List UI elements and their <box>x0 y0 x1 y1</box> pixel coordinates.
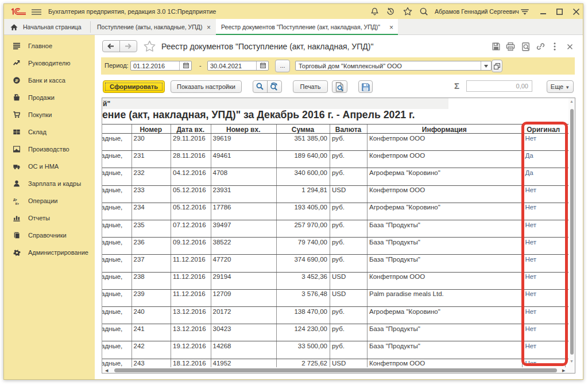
svg-text:Дт: Дт <box>13 198 17 201</box>
svg-text:Кт: Кт <box>16 202 19 205</box>
svg-text:P: P <box>16 78 18 83</box>
